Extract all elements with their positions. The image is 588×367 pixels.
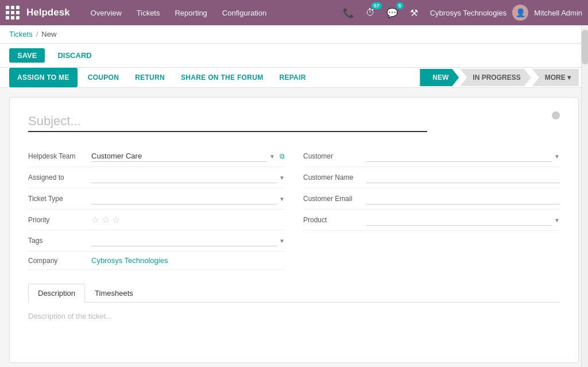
breadcrumb-separator: / <box>36 30 38 38</box>
priority-stars: ☆ ☆ ☆ <box>91 214 120 225</box>
field-customer-name: Customer Name <box>303 167 560 188</box>
value-customer: ▼ <box>366 150 560 162</box>
subject-input[interactable] <box>28 111 427 132</box>
star-3[interactable]: ☆ <box>112 214 120 225</box>
external-link-icon[interactable]: ⧉ <box>280 152 285 160</box>
input-customer-email[interactable] <box>366 193 560 204</box>
breadcrumb: Tickets / New <box>0 25 588 44</box>
value-priority: ☆ ☆ ☆ <box>91 214 285 225</box>
chevron-down-icon: ▼ <box>279 238 285 244</box>
clock-badge: 57 <box>372 2 382 9</box>
value-assigned-to: ▼ <box>91 172 285 183</box>
value-tags: ▼ <box>91 235 285 246</box>
clock-icon[interactable]: ⏱ 57 <box>362 5 378 21</box>
company-link[interactable]: Cybrosys Technologies <box>91 256 168 265</box>
action-bar: ASSIGN TO ME COUPON RETURN SHARE ON THE … <box>0 68 588 88</box>
field-company: Company Cybrosys Technologies <box>28 252 285 270</box>
discard-button[interactable]: DISCARD <box>49 48 99 63</box>
chevron-down-icon: ▼ <box>554 153 560 160</box>
return-button[interactable]: RETURN <box>127 68 173 87</box>
value-customer-name <box>366 172 560 183</box>
status-new[interactable]: NEW <box>420 69 459 86</box>
description-placeholder: Description of the ticket... <box>28 312 112 320</box>
chat-badge: 5 <box>396 2 404 9</box>
select-customer[interactable] <box>366 150 552 162</box>
company-name: Cybrosys Technologies <box>430 9 506 17</box>
phone-icon[interactable]: 📞 <box>341 5 357 21</box>
label-company: Company <box>28 257 91 265</box>
field-helpdesk-team: Helpdesk Team Customer Care ▼ ⧉ <box>28 146 285 167</box>
chevron-down-icon: ▼ <box>279 196 285 202</box>
input-customer-name[interactable] <box>366 172 560 183</box>
form-fields-grid: Helpdesk Team Customer Care ▼ ⧉ Assigned… <box>28 146 560 270</box>
top-navigation: Helpdesk Overview Tickets Reporting Conf… <box>0 0 588 25</box>
status-pipeline: NEW IN PROGRESS MORE ▾ <box>420 69 579 86</box>
value-company: Cybrosys Technologies <box>91 256 285 265</box>
label-customer-name: Customer Name <box>303 173 366 181</box>
breadcrumb-current: New <box>41 30 56 38</box>
select-ticket-type[interactable] <box>91 193 277 204</box>
menu-configuration[interactable]: Configuration <box>215 5 273 21</box>
field-product: Product ▼ <box>303 210 560 231</box>
main-content: Helpdesk Team Customer Care ▼ ⧉ Assigned… <box>0 88 588 367</box>
field-customer-email: Customer Email <box>303 188 560 210</box>
value-ticket-type: ▼ <box>91 193 285 204</box>
value-helpdesk-team: Customer Care ▼ ⧉ <box>91 150 285 162</box>
user-avatar[interactable]: 👤 <box>512 5 528 21</box>
chat-icon[interactable]: 💬 5 <box>384 5 400 21</box>
field-priority: Priority ☆ ☆ ☆ <box>28 210 285 230</box>
label-assigned-to: Assigned to <box>28 173 91 181</box>
label-tags: Tags <box>28 237 91 245</box>
form-toolbar: SAVE DISCARD <box>0 44 588 68</box>
assign-to-me-button[interactable]: ASSIGN TO ME <box>9 68 78 87</box>
coupon-button[interactable]: COUPON <box>80 68 127 87</box>
select-helpdesk-team[interactable]: Customer Care <box>91 150 267 162</box>
user-name: Mitchell Admin <box>534 9 582 17</box>
scrollbar-thumb[interactable] <box>582 30 588 64</box>
value-customer-email <box>366 193 560 204</box>
tab-description[interactable]: Description <box>28 284 85 303</box>
label-product: Product <box>303 216 366 224</box>
tab-timesheets[interactable]: Timesheets <box>85 284 143 302</box>
status-indicator <box>552 111 560 119</box>
status-in-progress[interactable]: IN PROGRESS <box>460 69 531 86</box>
share-on-forum-button[interactable]: SHARE ON THE FORUM <box>173 68 271 87</box>
breadcrumb-parent[interactable]: Tickets <box>9 30 33 38</box>
select-product[interactable] <box>366 214 552 226</box>
nav-icons: 📞 ⏱ 57 💬 5 ⚒ Cybrosys Technologies 👤 Mit… <box>341 5 582 21</box>
form-card: Helpdesk Team Customer Care ▼ ⧉ Assigned… <box>9 97 579 363</box>
main-menu: Overview Tickets Reporting Configuration <box>84 5 338 21</box>
field-assigned-to: Assigned to ▼ <box>28 167 285 188</box>
menu-tickets[interactable]: Tickets <box>130 5 167 21</box>
value-product: ▼ <box>366 214 560 226</box>
field-ticket-type: Ticket Type ▼ <box>28 188 285 210</box>
left-fields: Helpdesk Team Customer Care ▼ ⧉ Assigned… <box>28 146 285 270</box>
star-1[interactable]: ☆ <box>91 214 99 225</box>
field-tags: Tags ▼ <box>28 230 285 252</box>
star-2[interactable]: ☆ <box>102 214 110 225</box>
apps-menu-icon[interactable] <box>6 6 20 20</box>
repair-button[interactable]: REPAIR <box>271 68 314 87</box>
field-customer: Customer ▼ <box>303 146 560 167</box>
menu-overview[interactable]: Overview <box>84 5 129 21</box>
label-priority: Priority <box>28 216 91 224</box>
save-button[interactable]: SAVE <box>9 48 45 63</box>
right-fields: Customer ▼ Customer Name <box>303 146 560 270</box>
chevron-down-icon: ▼ <box>269 153 275 160</box>
label-customer-email: Customer Email <box>303 195 366 203</box>
app-brand: Helpdesk <box>26 7 70 18</box>
menu-reporting[interactable]: Reporting <box>168 5 214 21</box>
tabs-section: Description Timesheets Description of th… <box>28 284 560 349</box>
chevron-down-icon: ▼ <box>554 217 560 223</box>
tab-content-description: Description of the ticket... <box>28 303 560 349</box>
tabs-header: Description Timesheets <box>28 284 560 303</box>
label-customer: Customer <box>303 152 366 160</box>
label-helpdesk-team: Helpdesk Team <box>28 152 91 160</box>
settings-icon[interactable]: ⚒ <box>406 5 422 21</box>
label-ticket-type: Ticket Type <box>28 195 91 203</box>
chevron-down-icon: ▼ <box>279 175 285 181</box>
scrollbar-track[interactable] <box>581 25 588 367</box>
status-more-button[interactable]: MORE ▾ <box>532 69 579 86</box>
select-assigned-to[interactable] <box>91 172 277 183</box>
select-tags[interactable] <box>91 235 277 246</box>
